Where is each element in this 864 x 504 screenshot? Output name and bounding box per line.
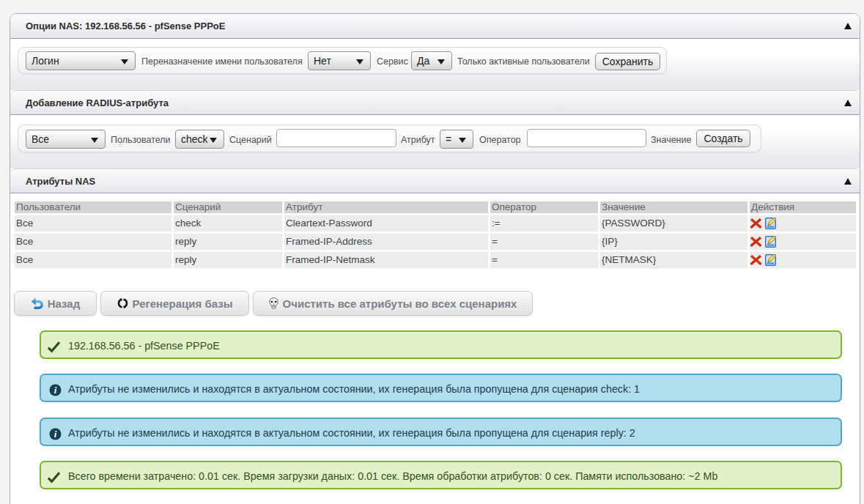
- svg-text:i: i: [54, 429, 57, 440]
- svg-text:i: i: [54, 385, 57, 396]
